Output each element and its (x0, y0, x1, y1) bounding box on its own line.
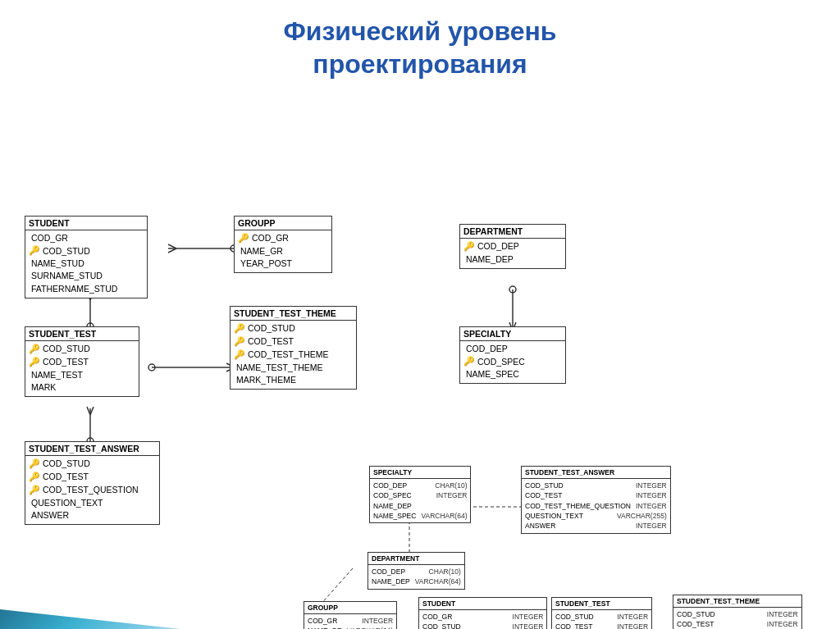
svg-line-3 (168, 248, 176, 253)
svg-line-21 (320, 568, 353, 605)
phys-department: DEPARTMENT COD_DEPCHAR(10) NAME_DEPVARCH… (368, 552, 465, 590)
diagram-area: STUDENT COD_GR 🔑COD_STUD NAME_STUD SURNA… (0, 89, 840, 613)
entity-student-test-theme: STUDENT_TEST_THEME 🔑COD_STUD 🔑COD_TEST 🔑… (230, 306, 357, 390)
entity-specialty: SPECIALTY COD_DEP 🔑COD_SPEC NAME_SPEC (459, 326, 566, 384)
svg-line-18 (87, 407, 90, 415)
svg-point-13 (148, 364, 155, 371)
entity-student-test-answer: STUDENT_TEST_ANSWER 🔑COD_STUD 🔑COD_TEST … (25, 441, 160, 525)
svg-line-2 (168, 244, 176, 248)
svg-point-5 (509, 286, 516, 293)
phys-student-test-answer: STUDENT_TEST_ANSWER COD_STUDINTEGER COD_… (521, 466, 671, 534)
phys-specialty: SPECIALTY COD_DEPCHAR(10) COD_SPECINTEGE… (369, 466, 471, 523)
entity-student: STUDENT COD_GR 🔑COD_STUD NAME_STUD SURNA… (25, 216, 148, 299)
entity-student-test: STUDENT_TEST 🔑COD_STUD 🔑COD_TEST NAME_TE… (25, 326, 139, 397)
page-title: Физический уровеньпроектирования (0, 0, 840, 89)
svg-line-19 (90, 407, 94, 415)
entity-groupp: GROUPP 🔑COD_GR NAME_GR YEAR_POST (234, 216, 332, 273)
phys-groupp: GROUPP COD_GRINTEGER NAME_GRVARCHAR(64) … (304, 601, 397, 629)
entity-department: DEPARTMENT 🔑COD_DEP NAME_DEP (459, 224, 566, 269)
phys-student-test-theme: STUDENT_TEST_THEME COD_STUDINTEGER COD_T… (673, 595, 802, 629)
phys-student: STUDENT COD_GRINTEGER COD_STUDINTEGER NA… (418, 597, 547, 629)
phys-student-test: STUDENT_TEST COD_STUDINTEGER COD_TESTINT… (551, 597, 652, 629)
